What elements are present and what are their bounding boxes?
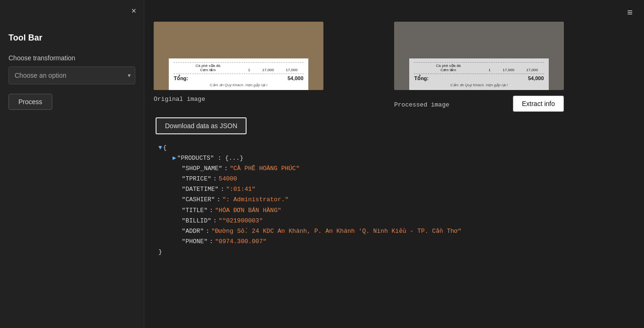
- transformation-select[interactable]: Choose an option Grayscale Threshold Den…: [8, 66, 135, 84]
- download-json-button[interactable]: Download data as JSON: [156, 117, 247, 134]
- main-content: ≡ Cà phê sữa đá Cơm tấm117,00017,000 Tổn…: [144, 0, 644, 328]
- choose-transformation-label: Choose transformation: [8, 54, 135, 62]
- json-viewer: { "PRODUCTS" : {...} "SHOP_NAME" : "CÀ P…: [154, 143, 635, 257]
- json-root-collapse[interactable]: [158, 143, 162, 153]
- json-products-collapse[interactable]: [173, 153, 176, 164]
- processed-image: Cà phê sữa đá Cơm tấm117,00017,000 Tổng:…: [394, 22, 564, 90]
- original-image-label: Original image: [154, 96, 205, 103]
- process-button[interactable]: Process: [8, 94, 52, 110]
- original-image-container: Cà phê sữa đá Cơm tấm117,00017,000 Tổng:…: [154, 22, 394, 112]
- menu-icon-button[interactable]: ≡: [627, 8, 633, 17]
- processed-image-label: Processed image: [394, 101, 449, 108]
- sidebar: × Tool Bar Choose transformation Choose …: [0, 0, 144, 328]
- processed-image-container: Cà phê sữa đá Cơm tấm117,00017,000 Tổng:…: [394, 22, 635, 112]
- toolbar-title: Tool Bar: [8, 33, 135, 43]
- transformation-select-wrapper: Choose an option Grayscale Threshold Den…: [8, 66, 135, 84]
- original-image: Cà phê sữa đá Cơm tấm117,00017,000 Tổng:…: [154, 22, 323, 90]
- images-row: Cà phê sữa đá Cơm tấm117,00017,000 Tổng:…: [154, 22, 635, 112]
- close-button[interactable]: ×: [131, 7, 136, 15]
- extract-info-button[interactable]: Extract info: [513, 96, 564, 112]
- main-topbar: ≡: [154, 0, 635, 17]
